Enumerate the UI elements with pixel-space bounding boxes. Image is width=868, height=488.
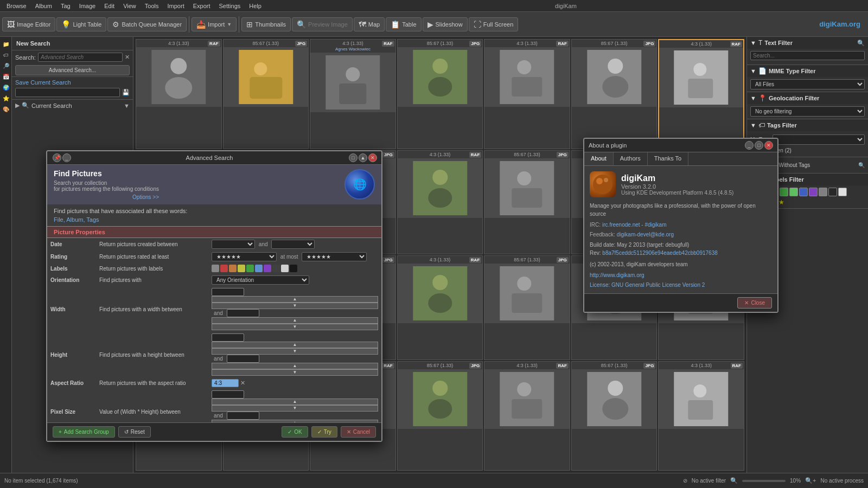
pixel-to-up-btn[interactable]: ▲ (212, 420, 378, 422)
import-button[interactable]: 📥 Import ▼ (192, 17, 237, 31)
import-dropdown-arrow[interactable]: ▼ (227, 22, 232, 27)
date-from-select[interactable] (212, 240, 255, 249)
width-to-up-btn[interactable]: ▲ (212, 317, 378, 324)
ls-white[interactable] (281, 265, 289, 272)
photo-cell[interactable]: 85:67 (1.33)JPG (223, 39, 309, 149)
properties-scroll[interactable]: Date Return pictures created between and… (47, 238, 381, 422)
thumbnails-button[interactable]: ⊞ Thumbnails (241, 17, 291, 31)
adv-dialog-minimize-btn[interactable]: _ (62, 153, 71, 162)
current-search-header[interactable]: ▶ 🔍 Current Search ▼ (15, 102, 130, 109)
options-link[interactable]: Options >> (54, 194, 159, 200)
height-to-up-btn[interactable]: ▲ (212, 363, 378, 369)
sidebar-icon-4[interactable]: 📅 (1, 72, 11, 81)
ls-lblue[interactable] (255, 265, 263, 272)
photo-cell[interactable]: 85:67 (1.33)JPG (397, 361, 483, 471)
photo-cell[interactable]: 4:3 (1.33)RAF (484, 361, 570, 471)
label-white[interactable] (838, 188, 847, 196)
adv-dialog-float-btn[interactable]: □ (349, 153, 358, 162)
feedback-email[interactable]: digikam-devel@kde.org (617, 232, 674, 237)
image-editor-button[interactable]: 🖼 Image Editor (2, 17, 55, 31)
sidebar-icon-6[interactable]: ⭐ (1, 93, 11, 103)
save-current-search-link[interactable]: Save Current Search (15, 79, 130, 86)
label-blue[interactable] (799, 188, 808, 196)
zoom-in-icon[interactable]: 🔍+ (805, 477, 816, 484)
photo-cell[interactable]: 4:3 (1.33)RAF (397, 150, 483, 255)
sidebar-icon-5[interactable]: 🌍 (1, 82, 11, 92)
text-filter-header[interactable]: ▼ T Text Filter 🔍 (747, 37, 868, 49)
batch-queue-button[interactable]: ⚙ Batch Queue Manager (107, 17, 187, 31)
photo-cell[interactable]: 4:3 (1.33)RAF (136, 39, 222, 149)
cancel-btn[interactable]: ✕ Cancel (341, 426, 376, 438)
ls-green[interactable] (246, 265, 254, 272)
menubar-edit[interactable]: Edit (100, 2, 119, 10)
adv-dialog-pin-btn[interactable]: 📌 (53, 153, 61, 162)
menubar-tools[interactable]: Tools (141, 2, 163, 10)
ls-purple[interactable] (264, 265, 271, 272)
photo-cell[interactable]: 85:67 (1.33)JPG (397, 39, 483, 149)
rating-max-select[interactable]: ★★★★★ (302, 252, 367, 261)
my-tags-select[interactable] (773, 134, 865, 145)
ls-black[interactable] (290, 265, 297, 272)
mime-filter-select[interactable]: All Files (750, 79, 865, 89)
slideshow-button[interactable]: ▶ Slideshow (423, 17, 468, 31)
ls-darkgray[interactable] (272, 265, 280, 272)
adv-dialog-close-btn[interactable]: ✕ (368, 153, 377, 162)
photo-cell[interactable]: 4:3 (1.33)RAF (658, 361, 744, 471)
width-to-down-btn[interactable]: ▼ (212, 324, 378, 330)
reset-btn[interactable]: ↺ Reset (118, 426, 151, 438)
menubar-browse[interactable]: Browse (2, 2, 31, 10)
photo-cell[interactable]: 4:3 (1.33)RAF (397, 255, 483, 360)
zoom-slider[interactable] (742, 480, 786, 482)
ls-red[interactable] (220, 265, 228, 272)
label-darkgreen[interactable] (780, 188, 788, 196)
menubar-album[interactable]: Album (31, 2, 56, 10)
adv-dialog-maximize-btn[interactable]: ▲ (359, 153, 367, 162)
search-input[interactable] (38, 53, 123, 62)
height-to-down-btn[interactable]: ▼ (212, 369, 378, 376)
geo-filter-header[interactable]: ▼ 📍 Geolocation Filter (747, 92, 868, 104)
width-up-btn[interactable]: ▲ (212, 296, 378, 303)
label-black[interactable] (828, 188, 837, 196)
photo-cell[interactable]: 85:67 (1.33)JPG (571, 39, 658, 149)
date-to-select[interactable] (271, 240, 315, 249)
geo-filter-select[interactable]: No geo filtering (750, 106, 865, 117)
photo-cell[interactable]: 4:3 (1.33)RAF (484, 39, 570, 149)
preview-image-button[interactable]: 🔍 Preview Image (292, 17, 353, 31)
tags-filter-header[interactable]: ▼ 🏷 Tags Filter (747, 119, 868, 131)
sidebar-icon-2[interactable]: 🏷 (1, 50, 11, 60)
orientation-select[interactable]: Any Orientation (212, 275, 309, 285)
label-green[interactable] (789, 188, 798, 196)
pixel-up-btn[interactable]: ▲ (212, 399, 378, 405)
width-to-input[interactable] (227, 309, 259, 317)
photo-cell[interactable]: 4:3 (1.33)Agnes WackowiecRAF (310, 39, 396, 149)
add-search-group-btn[interactable]: + Add Search Group (53, 426, 115, 438)
photo-cell[interactable]: 85:67 (1.33)JPG (484, 255, 570, 360)
about-tab-about[interactable]: About (584, 152, 614, 165)
sidebar-icon-1[interactable]: 📁 (1, 39, 11, 49)
images-without-tags-search-icon[interactable]: 🔍 (858, 162, 865, 168)
height-to-input[interactable] (227, 355, 259, 363)
sidebar-icon-3[interactable]: 🔎 (1, 61, 11, 70)
save-search-field[interactable] (15, 88, 120, 97)
file-album-tags-link[interactable]: File, Album, Tags (54, 216, 99, 223)
light-table-button[interactable]: 💡 Light Table (56, 17, 106, 31)
height-up-btn[interactable]: ▲ (212, 342, 378, 348)
pixel-from-input[interactable] (212, 390, 244, 399)
menubar-settings[interactable]: Settings (215, 2, 245, 10)
height-down-btn[interactable]: ▼ (212, 348, 378, 355)
aspect-clear-btn[interactable]: ✕ (240, 380, 245, 387)
license-link[interactable]: License: GNU General Public License Vers… (590, 282, 705, 288)
menubar-import[interactable]: Import (163, 2, 189, 10)
about-close-btn[interactable]: ✕ (764, 141, 773, 150)
label-purple[interactable] (809, 188, 818, 196)
width-down-btn[interactable]: ▼ (212, 303, 378, 309)
ok-btn[interactable]: ✓ OK (282, 426, 308, 438)
about-tab-thanks[interactable]: Thanks To (648, 152, 689, 165)
irc-value[interactable]: irc.freenode.net - #digikam (602, 222, 666, 228)
menubar-help[interactable]: Help (245, 2, 266, 10)
zoom-out-icon[interactable]: 🔍 (730, 477, 738, 484)
ls-gray[interactable] (212, 265, 219, 272)
mime-filter-header[interactable]: ▼ 📄 MIME Type Filter (747, 65, 868, 77)
rev-value[interactable]: b8a7f5ceddc5112906e94eaedeb42cbb0917638 (602, 250, 717, 256)
website-link[interactable]: http://www.digikam.org (590, 272, 644, 278)
